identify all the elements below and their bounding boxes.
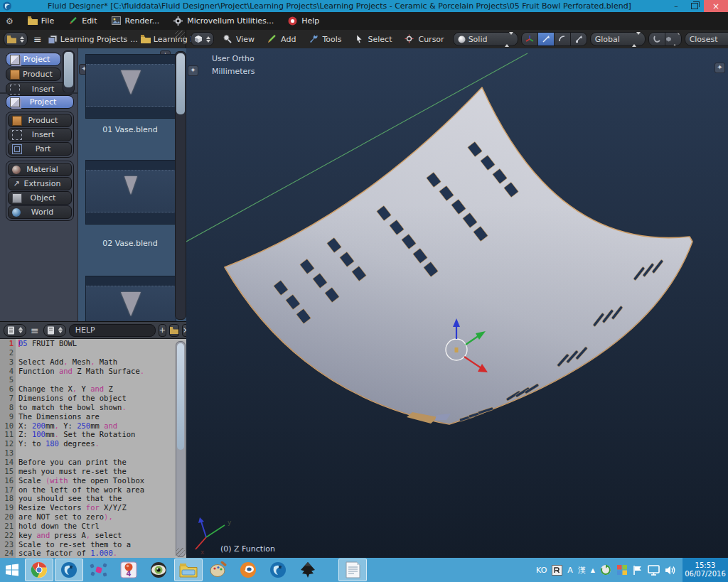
tool-shelf-scrollbar[interactable]	[63, 50, 75, 93]
viewport-menu-cursor[interactable]: Cursor	[399, 31, 449, 48]
text-new-button[interactable]: +	[159, 324, 166, 337]
bowl-mesh[interactable]	[225, 87, 692, 424]
menu-microvellum-utilities[interactable]: Microvellum Utilities...	[166, 12, 281, 30]
menu-file[interactable]: File	[21, 12, 61, 30]
sidebar-item-material[interactable]: Material	[8, 163, 72, 176]
code-line[interactable]: 14Before you can print the	[0, 458, 186, 467]
code-area[interactable]: 105 FRUIT BOWL23Select Add, Mesh, Math4F…	[0, 339, 186, 559]
taskbar-app-image-viewer[interactable]	[144, 559, 173, 581]
orientation-dropdown[interactable]: Global	[590, 32, 646, 46]
code-line[interactable]: 3Select Add, Mesh, Math	[0, 357, 186, 367]
sidebar-item-product[interactable]: Product	[8, 114, 72, 127]
sidebar-item-object[interactable]: Object	[8, 191, 72, 205]
corner-resize-grip[interactable]	[176, 548, 185, 557]
ime-hanja[interactable]: 漢	[578, 565, 586, 576]
text-open-button[interactable]	[169, 324, 179, 337]
taskbar-app-chrome[interactable]	[25, 559, 53, 581]
toolshelf-expand-icon[interactable]: ✦	[188, 65, 198, 76]
manipulator-scale-button[interactable]	[571, 33, 587, 45]
code-line[interactable]: 11Z: 100mm. Set the Rotation	[0, 430, 186, 439]
file-thumbnail[interactable]	[85, 54, 176, 119]
text-editor-scrollbar[interactable]	[176, 341, 186, 557]
menu-toggle-icon[interactable]: ≡	[32, 33, 43, 45]
editor-type-selector-text[interactable]	[4, 324, 26, 337]
breadcrumb-item[interactable]: ...	[130, 35, 138, 44]
text-datablock-selector[interactable]	[43, 324, 66, 337]
menu-edit[interactable]: Edit	[61, 12, 104, 30]
code-line[interactable]: 6Change the X, Y and Z	[0, 384, 186, 394]
defender-tray-icon[interactable]	[616, 564, 628, 576]
display-tray-icon[interactable]	[648, 565, 660, 576]
editor-type-selector-3d[interactable]	[191, 32, 214, 46]
start-button[interactable]	[0, 558, 24, 582]
text-editor[interactable]: ≡ HELP + × 105 FRUIT BOWL23Select Add, M…	[0, 321, 186, 558]
snap-element-dropdown[interactable]: Closest	[685, 32, 728, 46]
menu-render[interactable]: Render...	[105, 12, 167, 30]
header-grip[interactable]	[175, 31, 185, 41]
file-thumbnail[interactable]	[85, 160, 176, 225]
maximize-button[interactable]	[685, 0, 704, 12]
code-line[interactable]: 8to match the bowl shown.	[0, 403, 186, 412]
manipulator-axis-button[interactable]	[522, 33, 538, 45]
code-line[interactable]: 12Y: to 180 degrees.	[0, 439, 186, 448]
viewport-menu-view[interactable]: View	[217, 31, 260, 48]
flag-tray-icon[interactable]	[633, 565, 643, 576]
window-type-icon[interactable]: ⚙	[6, 16, 14, 26]
sidebar-item-part[interactable]: Part	[8, 142, 72, 156]
ime-icon[interactable]	[552, 565, 562, 576]
update-tray-icon[interactable]	[600, 564, 611, 576]
hidden-icons-chevron[interactable]: ▲	[591, 567, 595, 573]
sidebar-item-project[interactable]: Project	[6, 95, 74, 109]
taskbar-app-file-explorer[interactable]	[174, 559, 203, 581]
sidebar-item-extrusion[interactable]: ↗Extrusion	[8, 177, 72, 190]
code-line[interactable]: 9The Dimensions are	[0, 412, 186, 421]
file-thumbnail[interactable]	[85, 276, 176, 321]
taskbar-app-fluid-designer[interactable]	[55, 559, 83, 581]
code-line[interactable]: 10X: 200mm, Y: 250mm and	[0, 421, 186, 431]
file-browser[interactable]: + ✦ 01 Vase.blend02 Vase.blend	[78, 48, 186, 321]
sidebar-item-project[interactable]: Project	[6, 53, 61, 66]
breadcrumb-item[interactable]: Learning Projects	[60, 35, 128, 44]
snap-target-button[interactable]	[665, 33, 681, 45]
code-line[interactable]: 22key and press A, select	[0, 531, 186, 540]
code-line[interactable]: 17on the left of the work area	[0, 485, 186, 495]
file-name-label[interactable]: 02 Vase.blend	[78, 239, 182, 248]
code-line[interactable]: 13	[0, 448, 186, 458]
code-line[interactable]: 21hold down the Ctrl	[0, 522, 186, 531]
code-line[interactable]: 24scale factor of 1.000.	[0, 549, 186, 558]
taskbar-app-paint[interactable]	[204, 559, 232, 581]
taskbar-clock[interactable]: 15:53 06/07/2016	[682, 558, 728, 582]
menu-help[interactable]: Help	[281, 12, 326, 30]
taskbar-app-app-4[interactable]: 4	[114, 559, 143, 581]
close-button[interactable]: ×	[704, 0, 728, 12]
shading-dropdown[interactable]: Solid	[453, 32, 518, 46]
properties-expand-icon[interactable]: ✦	[714, 63, 725, 73]
file-name-label[interactable]: 01 Vase.blend	[78, 125, 182, 134]
code-line[interactable]: 7Dimensions of the object	[0, 394, 186, 403]
editor-type-selector[interactable]	[4, 32, 28, 46]
code-line[interactable]: 18you should see that the	[0, 494, 186, 503]
taskbar-app-blender[interactable]	[234, 559, 262, 581]
volume-tray-icon[interactable]	[665, 565, 677, 576]
viewport-menu-select[interactable]: Select	[349, 31, 398, 48]
taskbar-app-inkscape[interactable]	[294, 559, 322, 581]
code-line[interactable]: 2	[0, 348, 186, 357]
viewport-menu-tools[interactable]: Tools	[303, 31, 347, 48]
code-line[interactable]: 20are NOT set to zero),	[0, 512, 186, 522]
code-line[interactable]: 23Scale to re-set them to a	[0, 540, 186, 549]
taskbar-app-microvellum-app[interactable]	[85, 559, 113, 581]
snap-magnet-button[interactable]	[649, 33, 665, 45]
viewport-canvas[interactable]: y x	[186, 48, 728, 558]
code-line[interactable]: 5	[0, 375, 186, 384]
viewport-3d[interactable]: y x User Ortho Millimeters (0) Z Functio…	[186, 48, 728, 558]
code-line[interactable]: 19Resize Vectors for X/Y/Z	[0, 503, 186, 512]
ime-mode-a[interactable]: A	[567, 566, 573, 575]
viewport-menu-add[interactable]: Add	[262, 31, 301, 48]
taskbar-app-fluid-designer-2[interactable]	[264, 559, 292, 581]
sidebar-item-insert[interactable]: Insert	[8, 128, 72, 141]
code-line[interactable]: 16Scale (with the open Toolbox	[0, 476, 186, 485]
text-menu-icon[interactable]: ≡	[29, 325, 41, 336]
manipulator-translate-button[interactable]	[538, 33, 555, 45]
code-line[interactable]: 4Function and Z Math Surface.	[0, 367, 186, 376]
code-line[interactable]: 105 FRUIT BOWL	[0, 339, 186, 348]
